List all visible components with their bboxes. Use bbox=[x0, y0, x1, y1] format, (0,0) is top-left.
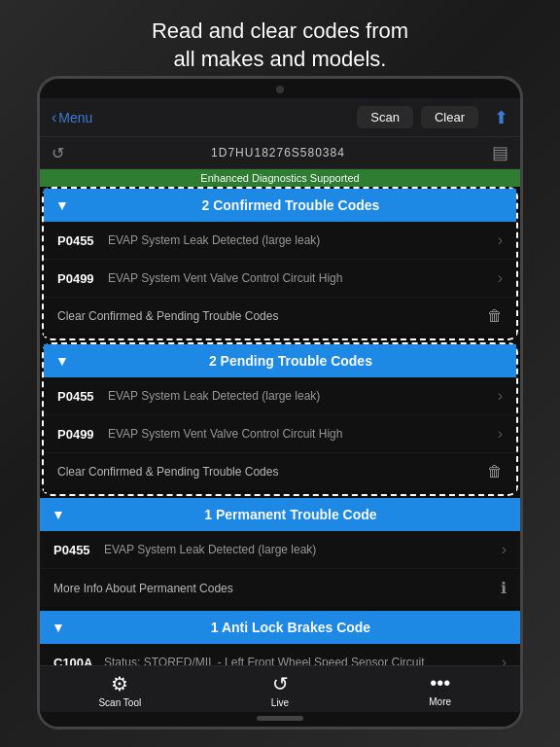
table-row[interactable]: P0499 EVAP System Vent Valve Control Cir… bbox=[44, 415, 516, 453]
trash-icon[interactable]: 🗑 bbox=[487, 463, 503, 480]
hero-line2: all makes and models. bbox=[0, 46, 560, 74]
chevron-right-icon: › bbox=[498, 231, 503, 249]
nav-back-button[interactable]: ‹ Menu bbox=[52, 109, 92, 126]
chevron-right-icon: › bbox=[498, 425, 503, 443]
code-desc: EVAP System Vent Valve Control Circuit H… bbox=[108, 271, 498, 285]
permanent-section: ▼ 1 Permanent Trouble Code P0455 EVAP Sy… bbox=[40, 498, 520, 609]
confirmed-action-label: Clear Confirmed & Pending Trouble Codes bbox=[57, 309, 278, 323]
code-desc: EVAP System Vent Valve Control Circuit H… bbox=[108, 427, 498, 441]
table-row[interactable]: P0455 EVAP System Leak Detected (large l… bbox=[44, 222, 516, 260]
abs-header[interactable]: ▼ 1 Anti Lock Brakes Code bbox=[40, 611, 520, 644]
tablet-camera bbox=[276, 86, 284, 93]
confirmed-section: ▼ 2 Confirmed Trouble Codes P0455 EVAP S… bbox=[44, 189, 516, 337]
abs-title: 1 Anti Lock Brakes Code bbox=[73, 620, 508, 635]
chevron-right-icon: › bbox=[498, 387, 503, 405]
scan-tool-icon: ⚙ bbox=[111, 672, 128, 695]
pending-header[interactable]: ▼ 2 Pending Trouble Codes bbox=[44, 344, 516, 377]
clear-button[interactable]: Clear bbox=[421, 106, 478, 128]
table-row[interactable]: P0455 EVAP System Leak Detected (large l… bbox=[40, 531, 520, 569]
pending-action-row[interactable]: Clear Confirmed & Pending Trouble Codes … bbox=[44, 453, 516, 492]
code-desc: EVAP System Leak Detected (large leak) bbox=[104, 543, 502, 556]
table-row[interactable]: C100A Status: STORED/MIL - Left Front Wh… bbox=[40, 644, 520, 665]
hero-line1: Read and clear codes from bbox=[0, 18, 560, 46]
more-icon: ••• bbox=[430, 672, 450, 694]
chevron-down-icon: ▼ bbox=[52, 620, 65, 635]
nav-bar: ‹ Menu Scan Clear ⬆ bbox=[40, 98, 520, 137]
chevron-down-icon: ▼ bbox=[52, 507, 65, 522]
live-label: Live bbox=[271, 697, 289, 708]
live-icon: ↺ bbox=[272, 672, 289, 695]
table-row[interactable]: P0455 EVAP System Leak Detected (large l… bbox=[44, 377, 516, 415]
nav-back-label: Menu bbox=[58, 110, 92, 125]
permanent-header[interactable]: ▼ 1 Permanent Trouble Code bbox=[40, 498, 520, 531]
bottom-tab-bar: ⚙ Scan Tool ↺ Live ••• More bbox=[40, 665, 520, 712]
code-id: P0455 bbox=[57, 389, 108, 404]
pending-section-outlined: ▼ 2 Pending Trouble Codes P0455 EVAP Sys… bbox=[42, 342, 518, 496]
info-icon[interactable]: ℹ bbox=[501, 579, 507, 597]
home-pill bbox=[257, 716, 303, 721]
confirmed-title: 2 Confirmed Trouble Codes bbox=[77, 197, 505, 213]
code-id: P0499 bbox=[57, 427, 108, 442]
code-desc: Status: STORED/MIL - Left Front Wheel Sp… bbox=[104, 656, 502, 665]
pending-title: 2 Pending Trouble Codes bbox=[77, 353, 505, 369]
tab-more[interactable]: ••• More bbox=[360, 672, 520, 708]
chevron-right-icon: › bbox=[502, 654, 507, 665]
code-id: P0499 bbox=[57, 271, 108, 286]
chevron-left-icon: ‹ bbox=[52, 109, 56, 126]
chevron-right-icon: › bbox=[502, 541, 507, 558]
permanent-action-label: More Info About Permanent Codes bbox=[53, 582, 233, 595]
scan-tool-label: Scan Tool bbox=[98, 697, 141, 708]
code-id: P0455 bbox=[57, 233, 108, 248]
share-icon[interactable]: ⬆ bbox=[494, 107, 508, 128]
scan-button[interactable]: Scan bbox=[357, 106, 413, 128]
code-desc: EVAP System Leak Detected (large leak) bbox=[108, 389, 498, 403]
more-label: More bbox=[429, 696, 451, 707]
enhanced-diagnostics-bar: Enhanced Diagnostics Supported bbox=[40, 169, 520, 187]
tablet-frame: ‹ Menu Scan Clear ⬆ ↺ 1D7HU18276S580384 … bbox=[37, 76, 523, 729]
vin-bar: ↺ 1D7HU18276S580384 ▤ bbox=[40, 137, 520, 169]
tab-scan-tool[interactable]: ⚙ Scan Tool bbox=[40, 672, 200, 708]
confirmed-action-row[interactable]: Clear Confirmed & Pending Trouble Codes … bbox=[44, 298, 516, 337]
chevron-down-icon: ▼ bbox=[55, 197, 69, 213]
refresh-icon[interactable]: ↺ bbox=[52, 144, 64, 162]
content-scroll[interactable]: ▼ 2 Confirmed Trouble Codes P0455 EVAP S… bbox=[40, 187, 520, 665]
trash-icon[interactable]: 🗑 bbox=[487, 307, 503, 325]
home-indicator bbox=[40, 712, 520, 727]
permanent-title: 1 Permanent Trouble Code bbox=[73, 507, 508, 522]
chevron-right-icon: › bbox=[498, 269, 503, 287]
abs-section: ▼ 1 Anti Lock Brakes Code C100A Status: … bbox=[40, 611, 520, 665]
chevron-down-icon: ▼ bbox=[55, 353, 69, 369]
permanent-action-row[interactable]: More Info About Permanent Codes ℹ bbox=[40, 569, 520, 609]
table-row[interactable]: P0499 EVAP System Vent Valve Control Cir… bbox=[44, 260, 516, 298]
enhanced-label: Enhanced Diagnostics Supported bbox=[200, 172, 359, 184]
pending-action-label: Clear Confirmed & Pending Trouble Codes bbox=[57, 465, 278, 479]
confirmed-header[interactable]: ▼ 2 Confirmed Trouble Codes bbox=[44, 189, 516, 222]
tab-live[interactable]: ↺ Live bbox=[200, 672, 361, 708]
tablet-screen: ‹ Menu Scan Clear ⬆ ↺ 1D7HU18276S580384 … bbox=[40, 98, 520, 727]
confirmed-section-outlined: ▼ 2 Confirmed Trouble Codes P0455 EVAP S… bbox=[42, 187, 518, 340]
code-id: P0455 bbox=[53, 543, 104, 557]
hero-text: Read and clear codes from all makes and … bbox=[0, 18, 560, 73]
pending-section: ▼ 2 Pending Trouble Codes P0455 EVAP Sys… bbox=[44, 344, 516, 492]
code-desc: EVAP System Leak Detected (large leak) bbox=[108, 233, 498, 247]
barcode-icon[interactable]: ▤ bbox=[492, 142, 508, 163]
vin-text: 1D7HU18276S580384 bbox=[72, 146, 484, 160]
code-id: C100A bbox=[53, 656, 104, 666]
